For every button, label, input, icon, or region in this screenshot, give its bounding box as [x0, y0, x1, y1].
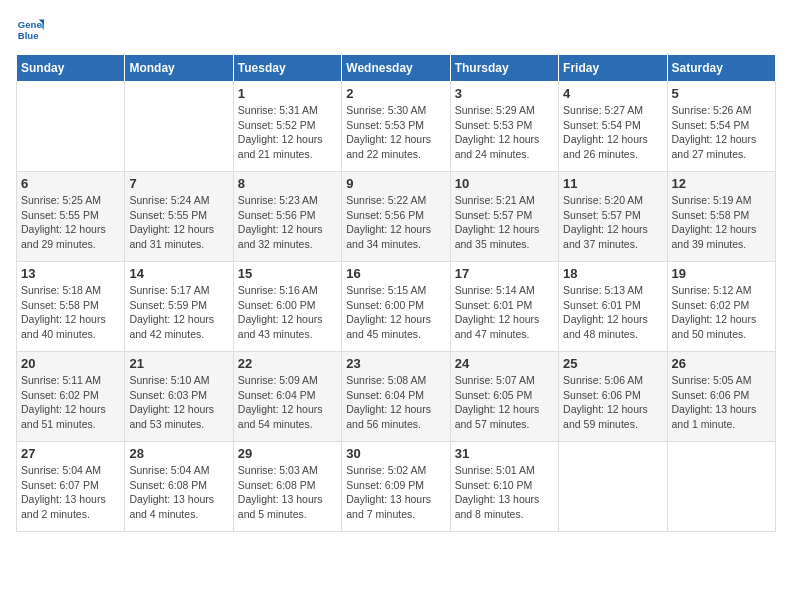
calendar-week-row: 20Sunrise: 5:11 AM Sunset: 6:02 PM Dayli… [17, 352, 776, 442]
day-number: 29 [238, 446, 337, 461]
weekday-header-saturday: Saturday [667, 55, 775, 82]
calendar-cell [17, 82, 125, 172]
day-info: Sunrise: 5:05 AM Sunset: 6:06 PM Dayligh… [672, 373, 771, 432]
day-number: 5 [672, 86, 771, 101]
calendar-cell [667, 442, 775, 532]
day-number: 31 [455, 446, 554, 461]
day-info: Sunrise: 5:17 AM Sunset: 5:59 PM Dayligh… [129, 283, 228, 342]
calendar-cell: 12Sunrise: 5:19 AM Sunset: 5:58 PM Dayli… [667, 172, 775, 262]
calendar-week-row: 13Sunrise: 5:18 AM Sunset: 5:58 PM Dayli… [17, 262, 776, 352]
day-info: Sunrise: 5:04 AM Sunset: 6:08 PM Dayligh… [129, 463, 228, 522]
day-info: Sunrise: 5:09 AM Sunset: 6:04 PM Dayligh… [238, 373, 337, 432]
calendar-cell: 2Sunrise: 5:30 AM Sunset: 5:53 PM Daylig… [342, 82, 450, 172]
calendar-cell: 1Sunrise: 5:31 AM Sunset: 5:52 PM Daylig… [233, 82, 341, 172]
logo: General Blue [16, 16, 48, 44]
calendar-cell: 8Sunrise: 5:23 AM Sunset: 5:56 PM Daylig… [233, 172, 341, 262]
day-info: Sunrise: 5:04 AM Sunset: 6:07 PM Dayligh… [21, 463, 120, 522]
calendar-cell: 5Sunrise: 5:26 AM Sunset: 5:54 PM Daylig… [667, 82, 775, 172]
day-number: 18 [563, 266, 662, 281]
day-info: Sunrise: 5:20 AM Sunset: 5:57 PM Dayligh… [563, 193, 662, 252]
day-number: 27 [21, 446, 120, 461]
calendar-cell [559, 442, 667, 532]
calendar-cell: 24Sunrise: 5:07 AM Sunset: 6:05 PM Dayli… [450, 352, 558, 442]
day-number: 13 [21, 266, 120, 281]
day-info: Sunrise: 5:19 AM Sunset: 5:58 PM Dayligh… [672, 193, 771, 252]
day-info: Sunrise: 5:10 AM Sunset: 6:03 PM Dayligh… [129, 373, 228, 432]
day-number: 28 [129, 446, 228, 461]
day-number: 1 [238, 86, 337, 101]
day-info: Sunrise: 5:18 AM Sunset: 5:58 PM Dayligh… [21, 283, 120, 342]
day-number: 23 [346, 356, 445, 371]
day-info: Sunrise: 5:11 AM Sunset: 6:02 PM Dayligh… [21, 373, 120, 432]
day-info: Sunrise: 5:14 AM Sunset: 6:01 PM Dayligh… [455, 283, 554, 342]
day-number: 12 [672, 176, 771, 191]
logo-icon: General Blue [16, 16, 44, 44]
calendar-cell: 31Sunrise: 5:01 AM Sunset: 6:10 PM Dayli… [450, 442, 558, 532]
day-number: 30 [346, 446, 445, 461]
day-number: 2 [346, 86, 445, 101]
day-number: 19 [672, 266, 771, 281]
day-info: Sunrise: 5:29 AM Sunset: 5:53 PM Dayligh… [455, 103, 554, 162]
day-number: 16 [346, 266, 445, 281]
calendar-cell: 10Sunrise: 5:21 AM Sunset: 5:57 PM Dayli… [450, 172, 558, 262]
calendar-cell: 22Sunrise: 5:09 AM Sunset: 6:04 PM Dayli… [233, 352, 341, 442]
calendar-cell: 6Sunrise: 5:25 AM Sunset: 5:55 PM Daylig… [17, 172, 125, 262]
day-number: 8 [238, 176, 337, 191]
calendar-cell: 27Sunrise: 5:04 AM Sunset: 6:07 PM Dayli… [17, 442, 125, 532]
calendar-cell: 16Sunrise: 5:15 AM Sunset: 6:00 PM Dayli… [342, 262, 450, 352]
weekday-header-tuesday: Tuesday [233, 55, 341, 82]
calendar-cell: 3Sunrise: 5:29 AM Sunset: 5:53 PM Daylig… [450, 82, 558, 172]
calendar-week-row: 6Sunrise: 5:25 AM Sunset: 5:55 PM Daylig… [17, 172, 776, 262]
day-number: 24 [455, 356, 554, 371]
weekday-header-thursday: Thursday [450, 55, 558, 82]
day-info: Sunrise: 5:21 AM Sunset: 5:57 PM Dayligh… [455, 193, 554, 252]
day-number: 20 [21, 356, 120, 371]
day-info: Sunrise: 5:22 AM Sunset: 5:56 PM Dayligh… [346, 193, 445, 252]
day-info: Sunrise: 5:08 AM Sunset: 6:04 PM Dayligh… [346, 373, 445, 432]
calendar-cell: 11Sunrise: 5:20 AM Sunset: 5:57 PM Dayli… [559, 172, 667, 262]
weekday-header-sunday: Sunday [17, 55, 125, 82]
calendar-week-row: 27Sunrise: 5:04 AM Sunset: 6:07 PM Dayli… [17, 442, 776, 532]
calendar-cell: 13Sunrise: 5:18 AM Sunset: 5:58 PM Dayli… [17, 262, 125, 352]
day-info: Sunrise: 5:31 AM Sunset: 5:52 PM Dayligh… [238, 103, 337, 162]
day-info: Sunrise: 5:16 AM Sunset: 6:00 PM Dayligh… [238, 283, 337, 342]
svg-text:Blue: Blue [18, 30, 39, 41]
day-info: Sunrise: 5:30 AM Sunset: 5:53 PM Dayligh… [346, 103, 445, 162]
day-info: Sunrise: 5:25 AM Sunset: 5:55 PM Dayligh… [21, 193, 120, 252]
day-info: Sunrise: 5:02 AM Sunset: 6:09 PM Dayligh… [346, 463, 445, 522]
day-number: 14 [129, 266, 228, 281]
calendar-cell: 23Sunrise: 5:08 AM Sunset: 6:04 PM Dayli… [342, 352, 450, 442]
weekday-header-monday: Monday [125, 55, 233, 82]
calendar-cell: 26Sunrise: 5:05 AM Sunset: 6:06 PM Dayli… [667, 352, 775, 442]
calendar-cell [125, 82, 233, 172]
calendar-cell: 9Sunrise: 5:22 AM Sunset: 5:56 PM Daylig… [342, 172, 450, 262]
day-number: 25 [563, 356, 662, 371]
calendar-cell: 19Sunrise: 5:12 AM Sunset: 6:02 PM Dayli… [667, 262, 775, 352]
calendar-cell: 21Sunrise: 5:10 AM Sunset: 6:03 PM Dayli… [125, 352, 233, 442]
weekday-header-wednesday: Wednesday [342, 55, 450, 82]
day-info: Sunrise: 5:13 AM Sunset: 6:01 PM Dayligh… [563, 283, 662, 342]
day-number: 22 [238, 356, 337, 371]
day-number: 4 [563, 86, 662, 101]
day-info: Sunrise: 5:03 AM Sunset: 6:08 PM Dayligh… [238, 463, 337, 522]
day-info: Sunrise: 5:06 AM Sunset: 6:06 PM Dayligh… [563, 373, 662, 432]
calendar-header-row: SundayMondayTuesdayWednesdayThursdayFrid… [17, 55, 776, 82]
calendar-table: SundayMondayTuesdayWednesdayThursdayFrid… [16, 54, 776, 532]
day-number: 10 [455, 176, 554, 191]
day-number: 3 [455, 86, 554, 101]
calendar-cell: 4Sunrise: 5:27 AM Sunset: 5:54 PM Daylig… [559, 82, 667, 172]
day-number: 11 [563, 176, 662, 191]
calendar-cell: 7Sunrise: 5:24 AM Sunset: 5:55 PM Daylig… [125, 172, 233, 262]
calendar-cell: 25Sunrise: 5:06 AM Sunset: 6:06 PM Dayli… [559, 352, 667, 442]
day-info: Sunrise: 5:27 AM Sunset: 5:54 PM Dayligh… [563, 103, 662, 162]
day-number: 9 [346, 176, 445, 191]
day-info: Sunrise: 5:24 AM Sunset: 5:55 PM Dayligh… [129, 193, 228, 252]
day-number: 26 [672, 356, 771, 371]
day-info: Sunrise: 5:23 AM Sunset: 5:56 PM Dayligh… [238, 193, 337, 252]
calendar-cell: 30Sunrise: 5:02 AM Sunset: 6:09 PM Dayli… [342, 442, 450, 532]
weekday-header-friday: Friday [559, 55, 667, 82]
calendar-cell: 17Sunrise: 5:14 AM Sunset: 6:01 PM Dayli… [450, 262, 558, 352]
day-number: 17 [455, 266, 554, 281]
day-info: Sunrise: 5:26 AM Sunset: 5:54 PM Dayligh… [672, 103, 771, 162]
day-info: Sunrise: 5:01 AM Sunset: 6:10 PM Dayligh… [455, 463, 554, 522]
